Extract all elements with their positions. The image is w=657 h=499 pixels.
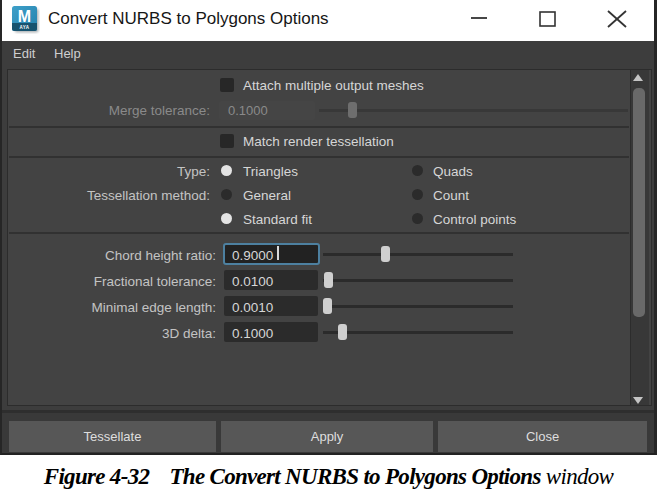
svg-text:AYA: AYA — [19, 25, 29, 30]
svg-text:M: M — [18, 8, 31, 25]
